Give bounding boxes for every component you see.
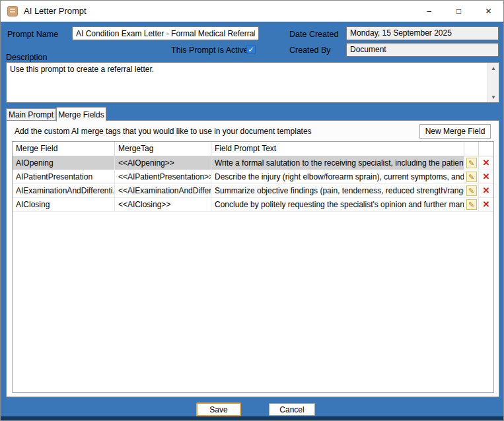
merge-fields-instruction: Add the custom AI merge tags that you wo… — [15, 127, 312, 136]
date-created-field[interactable]: Monday, 15 September 2025 — [346, 26, 499, 40]
cell-field-prompt-text[interactable]: Write a formal salutation to the receivi… — [211, 156, 464, 170]
delete-row-button[interactable]: ✕ — [479, 170, 493, 183]
window-controls: – □ ✕ — [414, 1, 503, 22]
description-text: Use this prompt to create a referral let… — [10, 65, 484, 74]
table-row[interactable]: AIClosing<<AIClosing>>Conclude by polite… — [13, 198, 493, 212]
column-header-field-prompt-text[interactable]: Field Prompt Text — [211, 142, 464, 156]
minimize-icon: – — [427, 7, 431, 16]
date-created-label: Date Created — [289, 30, 338, 39]
edit-row-button[interactable]: ✎ — [464, 198, 479, 211]
cell-merge-field[interactable]: AIOpening — [13, 156, 115, 170]
table-row[interactable]: AIExaminationAndDifferenti...<<AIExamina… — [13, 184, 493, 198]
new-merge-field-button[interactable]: New Merge Field — [419, 124, 491, 139]
column-header-delete — [479, 142, 493, 156]
delete-row-button[interactable]: ✕ — [479, 156, 493, 170]
active-checkbox[interactable]: ✓ — [246, 45, 256, 54]
description-input[interactable]: Use this prompt to create a referral let… — [6, 62, 499, 103]
delete-icon: ✕ — [483, 156, 490, 170]
titlebar: AI Letter Prompt – □ ✕ — [1, 1, 503, 22]
grid-header: Merge Field MergeTag Field Prompt Text — [13, 142, 493, 156]
cell-field-prompt-text[interactable]: Describe the injury (right elbow/forearm… — [211, 170, 464, 183]
edit-row-button[interactable]: ✎ — [464, 184, 479, 197]
app-icon — [7, 6, 18, 16]
table-row[interactable]: AIOpening<<AIOpening>>Write a formal sal… — [13, 156, 493, 170]
cell-field-prompt-text[interactable]: Conclude by politely requesting the spec… — [211, 198, 464, 211]
description-label: Description — [6, 53, 48, 62]
cancel-button[interactable]: Cancel — [269, 403, 315, 416]
table-row[interactable]: AIPatientPresentation<<AIPatientPresenta… — [13, 170, 493, 184]
save-button[interactable]: Save — [196, 403, 241, 416]
column-header-edit — [464, 142, 479, 156]
minimize-button[interactable]: – — [414, 1, 444, 22]
pencil-icon: ✎ — [466, 158, 477, 168]
delete-row-button[interactable]: ✕ — [479, 198, 493, 211]
maximize-icon: □ — [456, 7, 461, 16]
prompt-name-input[interactable] — [72, 26, 259, 40]
cell-merge-tag[interactable]: <<AIClosing>> — [115, 198, 211, 211]
column-header-merge-tag[interactable]: MergeTag — [115, 142, 211, 156]
delete-row-button[interactable]: ✕ — [479, 184, 493, 197]
description-scrollbar[interactable]: ▲ ▼ — [487, 63, 499, 102]
cell-field-prompt-text[interactable]: Summarize objective findings (pain, tend… — [211, 184, 464, 197]
grid-rows: AIOpening<<AIOpening>>Write a formal sal… — [13, 156, 493, 212]
cell-merge-field[interactable]: AIExaminationAndDifferenti... — [13, 184, 115, 197]
merge-fields-grid: Merge Field MergeTag Field Prompt Text A… — [12, 141, 494, 393]
checkmark-icon: ✓ — [248, 46, 254, 53]
window-title: AI Letter Prompt — [24, 6, 87, 16]
cell-merge-tag[interactable]: <<AIPatientPresentation>> — [115, 170, 211, 183]
prompt-name-label: Prompt Name — [7, 30, 58, 39]
close-icon: ✕ — [485, 7, 491, 16]
maximize-button[interactable]: □ — [444, 1, 474, 22]
edit-row-button[interactable]: ✎ — [464, 170, 479, 183]
column-header-merge-field[interactable]: Merge Field — [13, 142, 115, 156]
close-button[interactable]: ✕ — [474, 1, 503, 22]
pencil-icon: ✎ — [466, 185, 477, 196]
merge-fields-panel: Add the custom AI merge tags that you wo… — [6, 120, 499, 397]
ai-letter-prompt-dialog: AI Letter Prompt – □ ✕ Prompt Name Date … — [0, 0, 504, 421]
edit-row-button[interactable]: ✎ — [464, 156, 479, 170]
scroll-down-icon[interactable]: ▼ — [488, 92, 499, 102]
cell-merge-field[interactable]: AIClosing — [13, 198, 115, 211]
bottom-strip — [1, 416, 503, 420]
pencil-icon: ✎ — [466, 199, 477, 210]
created-by-field[interactable]: Document — [346, 43, 499, 57]
created-by-label: Created By — [289, 46, 331, 55]
tab-merge-fields[interactable]: Merge Fields — [56, 107, 106, 121]
delete-icon: ✕ — [483, 184, 490, 197]
delete-icon: ✕ — [483, 198, 490, 211]
delete-icon: ✕ — [483, 170, 490, 183]
cell-merge-field[interactable]: AIPatientPresentation — [13, 170, 115, 183]
cell-merge-tag[interactable]: <<AIExaminationAndDiffere... — [115, 184, 211, 197]
pencil-icon: ✎ — [466, 172, 477, 182]
tab-main-prompt[interactable]: Main Prompt — [6, 108, 56, 121]
cell-merge-tag[interactable]: <<AIOpening>> — [115, 156, 211, 170]
scroll-up-icon[interactable]: ▲ — [488, 63, 499, 73]
active-label: This Prompt is Active? — [171, 46, 253, 55]
